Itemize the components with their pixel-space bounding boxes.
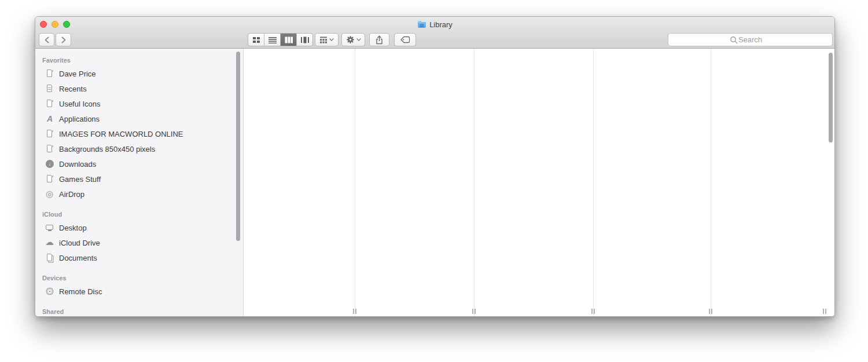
sidebar-section: iCloud Desktop iCloud Drive Document xyxy=(35,210,243,265)
share-icon xyxy=(375,35,384,45)
sidebar-section-header: Devices xyxy=(42,273,243,283)
sidebar-item-label: Dave Price xyxy=(59,70,96,78)
sidebar-item-label: Desktop xyxy=(59,224,87,232)
group-by-icon xyxy=(319,36,328,43)
sidebar-section-items: Remote Disc xyxy=(35,284,243,299)
sidebar-section: Devices Remote Disc xyxy=(35,273,243,299)
sidebar-item[interactable]: Documents xyxy=(35,250,243,265)
column-resize-handle[interactable] xyxy=(822,309,827,314)
sidebar-section: Favorites Dave Price Recents Useful xyxy=(35,56,243,202)
sidebar: Favorites Dave Price Recents Useful xyxy=(35,49,244,316)
sidebar-item[interactable]: Backgrounds 850x450 pixels xyxy=(35,141,243,156)
tag-icon xyxy=(400,36,410,43)
chevron-left-icon xyxy=(44,36,50,43)
sidebar-item[interactable]: Games Stuff xyxy=(35,171,243,187)
sidebar-item-icon xyxy=(45,287,55,297)
coverflow-view-button[interactable] xyxy=(297,34,312,46)
sidebar-item-icon xyxy=(45,114,55,124)
sidebar-item-label: Remote Disc xyxy=(59,287,102,296)
library-folder-icon xyxy=(417,20,426,29)
column-resize-handle[interactable] xyxy=(352,309,357,314)
sidebar-item-label: Useful Icons xyxy=(59,100,101,108)
action-button[interactable] xyxy=(341,33,365,46)
finder-body: Favorites Dave Price Recents Useful xyxy=(35,49,834,316)
column-resize-handle[interactable] xyxy=(708,309,713,314)
sidebar-item-label: Downloads xyxy=(59,160,96,169)
chevron-down-icon xyxy=(356,38,361,41)
sidebar-section-header: Shared xyxy=(42,307,243,316)
icon-view-button[interactable] xyxy=(248,34,264,46)
chevron-down-icon xyxy=(329,38,334,41)
sidebar-item-icon xyxy=(45,189,55,199)
titlebar: Library xyxy=(35,17,834,49)
sidebar-item-icon xyxy=(45,238,55,248)
finder-window: Library xyxy=(35,16,835,317)
tag-button[interactable] xyxy=(394,33,416,46)
sidebar-section-header: iCloud xyxy=(42,210,243,219)
list-view-button[interactable] xyxy=(264,34,281,46)
sidebar-item[interactable]: Applications xyxy=(35,111,243,126)
coverflow-view-icon xyxy=(300,36,310,43)
column-view xyxy=(244,49,834,316)
sidebar-item[interactable]: Desktop xyxy=(35,220,243,235)
finder-column xyxy=(594,49,711,316)
sidebar-item-label: Documents xyxy=(59,254,97,262)
sidebar-item-label: Recents xyxy=(59,85,87,93)
sidebar-item-label: Backgrounds 850x450 pixels xyxy=(59,145,155,153)
search-input[interactable] xyxy=(668,34,832,46)
sidebar-section-header: Favorites xyxy=(42,56,243,65)
search-field xyxy=(668,33,833,46)
sidebar-section-items: Dave Price Recents Useful Icons Applicat… xyxy=(35,66,243,202)
forward-button[interactable] xyxy=(56,33,71,46)
sidebar-item-icon xyxy=(45,174,55,184)
sidebar-scrollbar[interactable] xyxy=(236,52,240,241)
sidebar-item[interactable]: Remote Disc xyxy=(35,284,243,299)
finder-column xyxy=(711,49,834,316)
column-resize-handle[interactable] xyxy=(472,309,476,314)
sidebar-section-items: Desktop iCloud Drive Documents xyxy=(35,220,243,265)
window-title: Library xyxy=(35,20,834,29)
sidebar-item[interactable]: Downloads xyxy=(35,156,243,171)
sidebar-item[interactable]: IMAGES FOR MACWORLD ONLINE xyxy=(35,126,243,141)
columns xyxy=(244,49,834,316)
finder-column xyxy=(244,49,355,316)
sidebar-item-icon xyxy=(45,223,55,233)
list-view-icon xyxy=(269,36,277,43)
sidebar-item-icon xyxy=(45,129,55,139)
view-switcher xyxy=(248,33,313,46)
toolbar xyxy=(35,33,834,46)
sidebar-item-icon xyxy=(45,99,55,109)
finder-column xyxy=(355,49,475,316)
sidebar-item-icon xyxy=(45,253,55,263)
sidebar-item-label: AirDrop xyxy=(59,190,84,199)
sidebar-item-icon xyxy=(45,84,55,94)
sidebar-item[interactable]: Dave Price xyxy=(35,66,243,81)
gear-icon xyxy=(346,35,355,44)
finder-column xyxy=(475,49,594,316)
sidebar-item-label: iCloud Drive xyxy=(59,239,100,247)
chevron-right-icon xyxy=(61,36,67,43)
grid-view-icon xyxy=(252,36,260,43)
sidebar-section: Shared All xyxy=(35,307,243,316)
sidebar-item-label: Applications xyxy=(59,115,100,123)
sidebar-item-icon xyxy=(45,144,55,154)
nav-buttons xyxy=(39,33,71,46)
sidebar-item[interactable]: Recents xyxy=(35,81,243,96)
sidebar-item[interactable]: Useful Icons xyxy=(35,96,243,111)
sidebar-item[interactable]: iCloud Drive xyxy=(35,235,243,250)
column-view-button[interactable] xyxy=(281,34,297,46)
column-resize-handle[interactable] xyxy=(591,309,595,314)
sidebar-item[interactable]: AirDrop xyxy=(35,187,243,202)
column-view-icon xyxy=(285,36,293,43)
column-scrollbar[interactable] xyxy=(829,53,833,142)
sidebar-item-label: Games Stuff xyxy=(59,175,101,184)
sidebar-item-icon xyxy=(45,69,55,79)
sidebar-item-icon xyxy=(45,159,55,169)
window-title-text: Library xyxy=(429,20,453,29)
group-button[interactable] xyxy=(315,33,339,46)
share-button[interactable] xyxy=(369,33,389,46)
sidebar-item-label: IMAGES FOR MACWORLD ONLINE xyxy=(59,130,183,138)
back-button[interactable] xyxy=(39,33,54,46)
